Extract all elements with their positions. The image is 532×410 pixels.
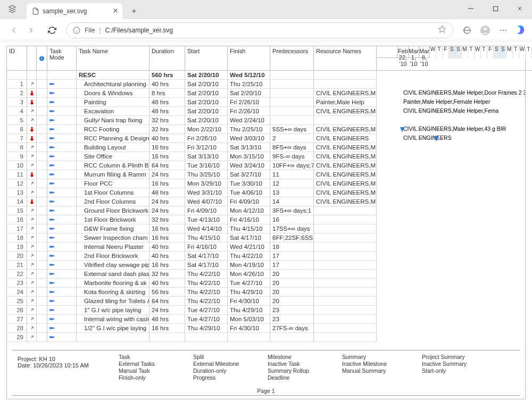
- predecessors-cell[interactable]: 20: [270, 279, 314, 288]
- col-start[interactable]: Start: [185, 46, 228, 71]
- start-cell[interactable]: Fri 3/12/10: [185, 143, 228, 152]
- col-duration[interactable]: Duration: [149, 46, 185, 71]
- duration-cell[interactable]: 48 hrs: [149, 107, 185, 116]
- task-name-cell[interactable]: Ground Floor Brickwork: [77, 206, 149, 215]
- task-name-cell[interactable]: Murrum filling & Ramm: [77, 170, 149, 179]
- predecessors-cell[interactable]: [270, 333, 314, 342]
- duration-cell[interactable]: 16 hrs: [149, 179, 185, 188]
- resources-cell[interactable]: CIVIL ENGINEERS,M: [314, 125, 377, 134]
- finish-cell[interactable]: Wed 5/12/10: [228, 71, 270, 80]
- task-name-cell[interactable]: Architechtural planning: [77, 80, 149, 89]
- predecessors-cell[interactable]: 10FF+∞ days;7: [270, 161, 314, 170]
- predecessors-cell[interactable]: [270, 107, 314, 116]
- duration-cell[interactable]: 32 hrs: [149, 116, 185, 125]
- col-task-mode[interactable]: Task Mode: [47, 46, 77, 71]
- resources-cell[interactable]: [314, 224, 377, 233]
- close-tab-icon[interactable]: [112, 7, 119, 16]
- task-name-cell[interactable]: Building Layout: [77, 143, 149, 152]
- finish-cell[interactable]: Mon 3/15/10: [228, 152, 270, 161]
- finish-cell[interactable]: Fri 2/26/10: [228, 98, 270, 107]
- resources-cell[interactable]: [314, 71, 377, 80]
- row-id[interactable]: 24: [7, 288, 27, 297]
- duration-cell[interactable]: 32 hrs: [149, 215, 185, 224]
- finish-cell[interactable]: Tue 4/27/10: [228, 279, 270, 288]
- resources-cell[interactable]: CIVIL ENGINEERS,M: [314, 161, 377, 170]
- browser-tab[interactable]: sample_xer.svg: [27, 3, 122, 19]
- resources-cell[interactable]: CIVIL ENGINEERS,M: [314, 170, 377, 179]
- predecessors-cell[interactable]: 14: [270, 197, 314, 206]
- row-id[interactable]: 15: [7, 206, 27, 215]
- start-cell[interactable]: Tue 3/16/10: [185, 161, 228, 170]
- row-id[interactable]: 10: [7, 161, 27, 170]
- task-name-cell[interactable]: 1st Floor Columns: [77, 188, 149, 197]
- profile-icon[interactable]: [478, 23, 493, 38]
- predecessors-cell[interactable]: [270, 80, 314, 89]
- task-name-cell[interactable]: Painting: [77, 98, 149, 107]
- task-name-cell[interactable]: RCC Planning & Design: [77, 134, 149, 143]
- duration-cell[interactable]: 48 hrs: [149, 315, 185, 324]
- task-name-cell[interactable]: RESC: [77, 71, 149, 80]
- resources-cell[interactable]: [314, 297, 377, 306]
- finish-cell[interactable]: Wed 4/21/10: [228, 242, 270, 252]
- row-id[interactable]: 1: [7, 80, 27, 89]
- minimize-button[interactable]: [459, 0, 483, 17]
- start-cell[interactable]: Sat 2/20/10: [185, 80, 228, 89]
- forward-button[interactable]: [23, 23, 38, 38]
- resources-cell[interactable]: CIVIL ENGINEERS,M: [314, 143, 377, 152]
- predecessors-cell[interactable]: [270, 116, 314, 125]
- start-cell[interactable]: Wed 4/07/10: [185, 197, 228, 206]
- task-name-cell[interactable]: RCC Column & Plinth Be: [77, 161, 149, 170]
- back-button[interactable]: [6, 23, 21, 38]
- finish-cell[interactable]: Wed 3/24/10: [228, 161, 270, 170]
- duration-cell[interactable]: 32 hrs: [149, 270, 185, 279]
- start-cell[interactable]: Fri 4/16/10: [185, 242, 228, 252]
- duration-cell[interactable]: 40 hrs: [149, 134, 185, 143]
- row-id[interactable]: 11: [7, 170, 27, 179]
- row-id[interactable]: 9: [7, 152, 27, 161]
- predecessors-cell[interactable]: 20: [270, 270, 314, 279]
- duration-cell[interactable]: 48 hrs: [149, 188, 185, 197]
- row-id[interactable]: 16: [7, 215, 27, 224]
- start-cell[interactable]: Thu 3/25/10: [185, 170, 228, 179]
- duration-cell[interactable]: 32 hrs: [149, 125, 185, 134]
- finish-cell[interactable]: Thu 2/25/10: [228, 80, 270, 89]
- duration-cell[interactable]: 24 hrs: [149, 206, 185, 215]
- predecessors-cell[interactable]: 20: [270, 297, 314, 306]
- start-cell[interactable]: Thu 4/22/10: [185, 297, 228, 306]
- predecessors-cell[interactable]: 18: [270, 242, 314, 252]
- extensions-icon[interactable]: [460, 23, 475, 38]
- resources-cell[interactable]: Painter,Male Help: [314, 98, 377, 107]
- finish-cell[interactable]: Mon 5/03/10: [228, 315, 270, 324]
- row-id[interactable]: 3: [7, 98, 27, 107]
- start-cell[interactable]: [185, 333, 228, 342]
- duration-cell[interactable]: 16 hrs: [149, 324, 185, 333]
- duration-cell[interactable]: 40 hrs: [149, 80, 185, 89]
- start-cell[interactable]: Thu 4/22/10: [185, 288, 228, 297]
- finish-cell[interactable]: [228, 333, 270, 342]
- duration-cell[interactable]: 56 hrs: [149, 288, 185, 297]
- row-id[interactable]: 20: [7, 252, 27, 261]
- resources-cell[interactable]: CIVIL ENGINEERS,M: [314, 89, 377, 98]
- row-id[interactable]: 2: [7, 89, 27, 98]
- row-id[interactable]: 7: [7, 134, 27, 143]
- predecessors-cell[interactable]: 5SS+∞ days: [270, 125, 314, 134]
- resources-cell[interactable]: [314, 215, 377, 224]
- predecessors-cell[interactable]: 6FF;22SF;6SS: [270, 233, 314, 242]
- predecessors-cell[interactable]: 23: [270, 306, 314, 315]
- resources-cell[interactable]: [314, 270, 377, 279]
- row-id[interactable]: 8: [7, 143, 27, 152]
- resources-cell[interactable]: [314, 288, 377, 297]
- row-id[interactable]: 26: [7, 306, 27, 315]
- col-finish[interactable]: Finish: [228, 46, 270, 71]
- address-bar[interactable]: File | C:/Files/sample_xer.svg: [66, 22, 453, 38]
- resources-cell[interactable]: CIVIL ENGINEERS,M: [314, 107, 377, 116]
- start-cell[interactable]: Sat 2/20/10: [185, 98, 228, 107]
- resources-cell[interactable]: [314, 116, 377, 125]
- row-id[interactable]: 18: [7, 233, 27, 242]
- duration-cell[interactable]: 24 hrs: [149, 170, 185, 179]
- resources-cell[interactable]: [314, 80, 377, 89]
- resources-cell[interactable]: [314, 242, 377, 252]
- resources-cell[interactable]: CIVIL ENGINEERS,M: [314, 152, 377, 161]
- copilot-icon[interactable]: [514, 24, 526, 36]
- predecessors-cell[interactable]: 17: [270, 252, 314, 261]
